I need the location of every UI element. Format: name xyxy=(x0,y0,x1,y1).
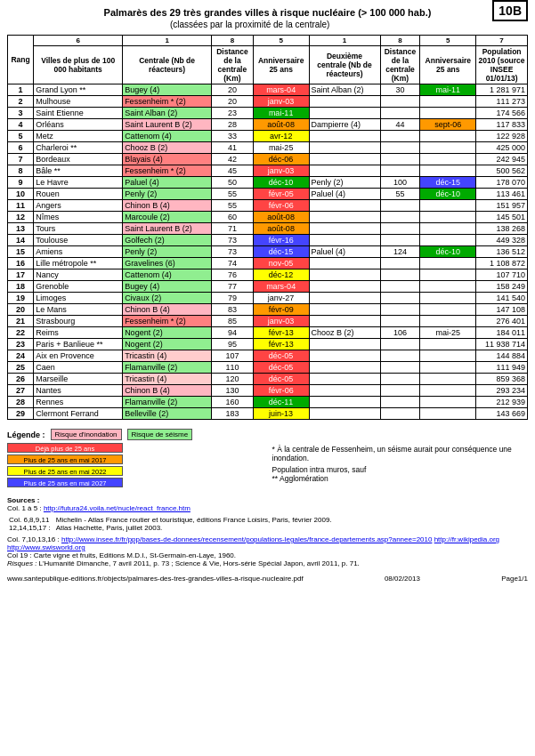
table-row: 14 Toulouse Golfech (2) 73 févr-16 449 3… xyxy=(8,235,528,246)
header-col5b: 5 xyxy=(420,36,476,46)
cell-anniv1: févr-13 xyxy=(253,327,309,339)
cell-dist2 xyxy=(380,108,420,119)
cell-anniv1: janv-03 xyxy=(253,165,309,177)
header-col1b: 1 xyxy=(309,36,380,46)
col15-url[interactable]: http://futura24.voila.net/nucle/react_fr… xyxy=(44,504,190,512)
cell-ville: Amiens xyxy=(34,246,123,258)
cell-ville: Grand Lyon ** xyxy=(34,84,123,96)
header-col6: 6 xyxy=(34,36,123,46)
table-row: 24 Aix en Provence Tricastin (4) 107 déc… xyxy=(8,350,528,362)
url-insee[interactable]: http://www.insee.fr/fr/ppp/bases-de-donn… xyxy=(61,535,432,543)
footer: www.santepublique-editions.fr/objects/pa… xyxy=(7,575,528,583)
cell-anniv1: déc-05 xyxy=(253,374,309,385)
cell-ville: Saint Etienne xyxy=(34,108,123,119)
cell-dist2 xyxy=(380,339,420,350)
cell-pop: 143 669 xyxy=(476,408,528,420)
legend-blue: Plus de 25 ans en mai 2027 xyxy=(7,478,123,487)
cell-anniv2 xyxy=(420,223,476,235)
cell-ville: Tours xyxy=(34,223,123,235)
cell-pop: 107 710 xyxy=(476,269,528,281)
table-row: 27 Nantes Chinon B (4) 130 févr-06 293 2… xyxy=(8,385,528,397)
url-swiss[interactable]: http://www.swisworld.org xyxy=(7,543,85,551)
cell-ville: Rouen xyxy=(34,189,123,200)
cell-deuxieme xyxy=(309,397,380,408)
table-row: 5 Metz Cattenom (4) 33 avr-12 122 928 xyxy=(8,131,528,142)
cell-ville: Strasbourg xyxy=(34,316,123,327)
cell-dist1: 33 xyxy=(212,131,254,142)
header-col8: 8 xyxy=(212,36,254,46)
cell-anniv2 xyxy=(420,362,476,374)
legend-note-pop: Population intra muros, sauf xyxy=(272,465,529,474)
cell-pop: 212 939 xyxy=(476,397,528,408)
cell-anniv1: janv-27 xyxy=(253,293,309,304)
cell-dist1: 160 xyxy=(212,397,254,408)
cell-anniv2: déc-15 xyxy=(420,177,476,189)
risques-text: L'Humanité Dimanche, 7 avril 2011, p. 73… xyxy=(39,559,360,567)
legend-section: Légende : Risque d'inondation Risque de … xyxy=(7,429,528,489)
cell-centrale: Paluel (4) xyxy=(123,177,212,189)
header-col7: 7 xyxy=(476,36,528,46)
cell-rang: 28 xyxy=(8,397,34,408)
cell-ville: Rennes xyxy=(34,397,123,408)
cell-anniv1: avr-12 xyxy=(253,131,309,142)
risques-label: Risques : xyxy=(7,559,36,567)
cell-dist1: 79 xyxy=(212,293,254,304)
cell-ville: Toulouse xyxy=(34,235,123,246)
cell-rang: 3 xyxy=(8,108,34,119)
table-row: 13 Tours Saint Laurent B (2) 71 août-08 … xyxy=(8,223,528,235)
cell-dist2: 44 xyxy=(380,119,420,131)
cell-anniv2: sept-06 xyxy=(420,119,476,131)
url-wikipedia[interactable]: http://fr.wikipedia.org xyxy=(434,535,499,543)
legend-yellow: Plus de 25 ans en mai 2022 xyxy=(7,466,123,476)
subheader-centrale: Centrale (Nb de réacteurs) xyxy=(123,46,212,84)
cell-ville: Grenoble xyxy=(34,281,123,293)
table-row: 9 Le Havre Paluel (4) 50 déc-10 Penly (2… xyxy=(8,177,528,189)
cell-centrale: Fessenheim * (2) xyxy=(123,96,212,108)
cell-anniv2: déc-10 xyxy=(420,189,476,200)
cell-anniv2 xyxy=(420,258,476,269)
cell-rang: 10 xyxy=(8,189,34,200)
cell-anniv1: mai-25 xyxy=(253,142,309,154)
cell-dist1: 130 xyxy=(212,385,254,397)
cell-dist1: 60 xyxy=(212,212,254,223)
cell-centrale: Tricastin (4) xyxy=(123,350,212,362)
cell-pop: 138 268 xyxy=(476,223,528,235)
cell-anniv2 xyxy=(420,281,476,293)
cell-deuxieme: Penly (2) xyxy=(309,177,380,189)
cell-centrale: Cattenom (4) xyxy=(123,269,212,281)
subheader-dist2: Distance de la centrale (Km) xyxy=(380,46,420,84)
cell-pop: 184 011 xyxy=(476,327,528,339)
cell-centrale: Fessenheim * (2) xyxy=(123,316,212,327)
cell-dist1: 120 xyxy=(212,374,254,385)
cell-rang: 16 xyxy=(8,258,34,269)
cell-centrale: Penly (2) xyxy=(123,189,212,200)
cell-dist2 xyxy=(380,316,420,327)
cell-rang: 27 xyxy=(8,385,34,397)
cell-dist2 xyxy=(380,281,420,293)
cell-dist1: 20 xyxy=(212,96,254,108)
cell-dist1: 71 xyxy=(212,223,254,235)
cell-rang: 21 xyxy=(8,316,34,327)
cell-centrale: Saint Laurent B (2) xyxy=(123,119,212,131)
cell-pop: 111 949 xyxy=(476,362,528,374)
cell-dist2 xyxy=(380,154,420,165)
table-row: 23 Paris + Banlieue ** Nogent (2) 95 fév… xyxy=(8,339,528,350)
legend-red: Déjà plus de 25 ans xyxy=(7,443,123,453)
cell-ville: Caen xyxy=(34,362,123,374)
main-table: Rang 6 1 8 5 1 8 5 7 Villes de plus de 1… xyxy=(7,35,528,420)
cell-dist2 xyxy=(380,293,420,304)
cell-deuxieme xyxy=(309,350,380,362)
table-row: 12 Nîmes Marcoule (2) 60 août-08 145 501 xyxy=(8,212,528,223)
cell-deuxieme xyxy=(309,142,380,154)
cell-dist2 xyxy=(380,131,420,142)
cell-pop: 111 273 xyxy=(476,96,528,108)
cell-anniv2 xyxy=(420,374,476,385)
sub-title: (classées par la proximité de la central… xyxy=(7,20,528,29)
cell-dist2: 55 xyxy=(380,189,420,200)
cell-rang: 15 xyxy=(8,246,34,258)
cell-dist1: 55 xyxy=(212,200,254,212)
table-row: 3 Saint Etienne Saint Alban (2) 23 mai-1… xyxy=(8,108,528,119)
cell-rang: 23 xyxy=(8,339,34,350)
cell-centrale: Gravelines (6) xyxy=(123,258,212,269)
cell-centrale: Bugey (4) xyxy=(123,84,212,96)
